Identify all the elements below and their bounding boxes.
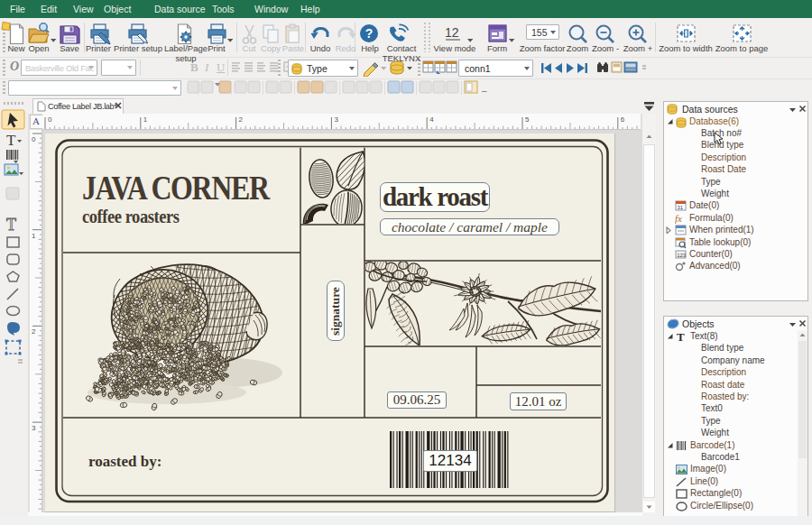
svg-text:6: 6 — [621, 115, 625, 124]
svg-text:0: 0 — [48, 115, 52, 124]
svg-text:2: 2 — [32, 327, 36, 336]
svg-text:T: T — [6, 216, 16, 234]
svg-text:31: 31 — [678, 205, 684, 210]
svg-text:0: 0 — [32, 135, 36, 143]
svg-text:T: T — [677, 331, 685, 343]
svg-text:1: 1 — [143, 115, 148, 124]
svg-text:3: 3 — [334, 115, 338, 124]
svg-text:123: 123 — [677, 252, 687, 257]
svg-text:T: T — [6, 132, 16, 149]
svg-text:5: 5 — [525, 115, 530, 124]
svg-text:2: 2 — [239, 115, 244, 124]
svg-text:4: 4 — [429, 115, 434, 124]
svg-text:3: 3 — [32, 424, 36, 432]
svg-text:1: 1 — [32, 232, 36, 240]
svg-text:fx: fx — [675, 213, 682, 224]
